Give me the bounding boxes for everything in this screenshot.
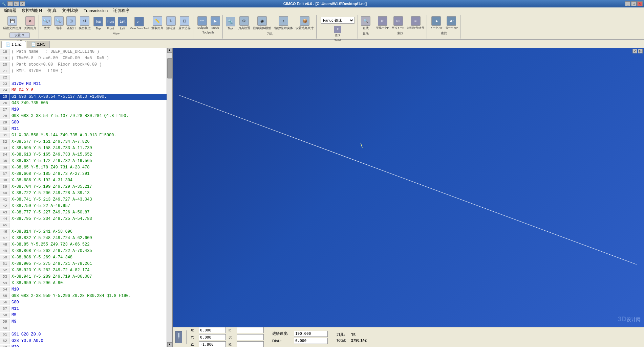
- code-line[interactable]: 41X-38.741 Y-5.213 Z49.727 A-43.043: [0, 196, 167, 203]
- j-input[interactable]: [237, 334, 264, 340]
- code-line[interactable]: 61G91 G28 Z0.0: [0, 331, 167, 338]
- menu-editor[interactable]: 编辑器: [1, 7, 19, 14]
- scale-solid-btn[interactable]: ↕ 缩放/显示实体: [273, 16, 294, 31]
- close-simulate-btn[interactable]: ✕ 关闭仿真: [23, 16, 37, 31]
- other-search-btn[interactable]: 🔍 查找: [360, 16, 371, 31]
- scrollbar-thumb[interactable]: [167, 58, 172, 78]
- code-line[interactable]: 58M5: [0, 312, 167, 319]
- close-btn[interactable]: ✕: [637, 1, 643, 6]
- code-line[interactable]: 54M10: [0, 286, 167, 293]
- zoom-out-btn[interactable]: 🔍- 缩小: [53, 16, 65, 31]
- tool-settings-btn[interactable]: ⚙ 刀具设置: [237, 16, 251, 31]
- feed-input[interactable]: [294, 331, 328, 337]
- code-line[interactable]: 31G1 X-38.558 Y-5.144 Z49.735 A-3.913 F1…: [0, 132, 167, 139]
- code-line[interactable]: 50X-38.886 Y-5.269 A-74.348: [0, 254, 167, 261]
- code-line[interactable]: 34X-38.613 Y-5.165 Z49.733 A-15.652: [0, 152, 167, 158]
- scroll-down-btn[interactable]: ▼: [167, 342, 172, 347]
- next-n-btn[interactable]: N⟩ 至找下一N: [391, 16, 406, 30]
- k-input[interactable]: [237, 341, 264, 347]
- tool-icon-status[interactable]: [175, 331, 182, 343]
- open-file-simulate-btn[interactable]: 💾 碰盘文件仿真: [2, 16, 22, 31]
- code-line[interactable]: 38X-38.686 Y-5.192 A-31.304: [0, 177, 167, 184]
- code-line[interactable]: 20( Part stock=0.00 Floor stock=0.00 ): [0, 62, 167, 68]
- code-line[interactable]: 37X-38.668 Y-5.185 Z49.73 A-27.391: [0, 171, 167, 177]
- menu-compare[interactable]: 文件比较: [59, 7, 81, 14]
- restore-left-btn[interactable]: □: [14, 1, 19, 6]
- code-line[interactable]: 52X-38.923 Y-5.282 Z49.72 A-82.174: [0, 267, 167, 274]
- top-view-btn[interactable]: Top Top: [92, 16, 104, 31]
- set-stock-btn[interactable]: 📦 设置毛坯尺寸: [295, 16, 315, 31]
- fit-btn[interactable]: ⊞ 匹配口: [65, 16, 77, 31]
- code-line[interactable]: 48X-38.85 Y-5.255 Z49.723 A-66.522: [0, 241, 167, 248]
- code-line[interactable]: 35X-38.631 Y-5.172 Z49.732 A-19.565: [0, 158, 167, 164]
- left-view-btn[interactable]: Left Left: [117, 16, 128, 31]
- code-line[interactable]: 57M11: [0, 306, 167, 312]
- show-solid-btn[interactable]: ◉ 显示实体模型: [252, 16, 272, 31]
- code-line[interactable]: 45: [0, 222, 167, 229]
- minimize-left-btn[interactable]: _: [7, 1, 13, 6]
- code-scroll[interactable]: 18( Path Name : DEEP_HOLE_DRILLING )19( …: [0, 48, 167, 347]
- code-line[interactable]: 51X-38.905 Y-5.275 Z49.721 A-78.261: [0, 261, 167, 267]
- prev-p-btn[interactable]: ⟨P 至找一个P: [375, 16, 390, 30]
- code-line[interactable]: 49X-38.868 Y-5.262 Z49.722 A-70.435: [0, 248, 167, 254]
- machine-dropdown[interactable]: Fanuc 铣床: [321, 17, 355, 24]
- code-line[interactable]: 30M11: [0, 126, 167, 132]
- code-line[interactable]: 55G98 G83 X-38.959 Y-5.296 Z9.28 R30.284…: [0, 293, 167, 299]
- prev-tool-btn[interactable]: ◀P 另一个刀P: [444, 16, 459, 30]
- scroll-up-btn[interactable]: ▲: [167, 48, 172, 53]
- code-line[interactable]: 44X-38.795 Y-5.234 Z49.725 A-54.783: [0, 216, 167, 222]
- zoom-in-btn[interactable]: 🔍+ 放大: [41, 16, 52, 31]
- code-line[interactable]: 62G28 Y0.0 A0.0: [0, 338, 167, 344]
- mode-btn[interactable]: ▶ Mode: [210, 16, 221, 30]
- code-line[interactable]: 39X-38.704 Y-5.199 Z49.729 A-35.217: [0, 184, 167, 190]
- code-line[interactable]: 32X-38.577 Y-5.151 Z49.734 A-7.826: [0, 139, 167, 145]
- reset-view-btn[interactable]: ↺ 视图复位: [78, 16, 92, 31]
- code-line[interactable]: 59M9: [0, 319, 167, 325]
- minimize-btn[interactable]: _: [625, 1, 630, 6]
- code-line[interactable]: 53X-38.941 Y-5.289 Z49.719 A-86.087: [0, 274, 167, 280]
- next-tool-btn[interactable]: T▶ 下一个刀T: [429, 16, 444, 30]
- x-input[interactable]: [199, 327, 226, 333]
- search-f-btn[interactable]: F 查找: [333, 25, 342, 38]
- code-line[interactable]: 43X-38.777 Y-5.227 Z49.726 A-50.87: [0, 209, 167, 216]
- dist-input[interactable]: [294, 338, 328, 344]
- z-input[interactable]: [199, 341, 226, 347]
- tab-1nc[interactable]: 📄 1 1.nc: [1, 41, 26, 48]
- menu-program[interactable]: 迁切程序: [110, 7, 132, 14]
- tool-btn[interactable]: 🔩 Tool: [225, 16, 236, 31]
- menu-cnc[interactable]: 数控功能 N: [19, 7, 45, 14]
- code-line[interactable]: 40X-38.722 Y-5.206 Z49.728 A-39.13: [0, 190, 167, 196]
- front-view-btn[interactable]: Front Front: [105, 16, 116, 31]
- code-line[interactable]: 56G80: [0, 299, 167, 306]
- code-line[interactable]: 63M30: [0, 344, 167, 347]
- code-line[interactable]: 26G43 Z49.735 H05: [0, 100, 167, 107]
- code-line[interactable]: 18( Path Name : DEEP_HOLE_DRILLING ): [0, 49, 167, 55]
- restore-btn[interactable]: □: [631, 1, 637, 6]
- code-line[interactable]: 33X-38.595 Y-5.158 Z49.733 A-11.739: [0, 145, 167, 152]
- code-line[interactable]: 22: [0, 74, 167, 81]
- close-left-btn[interactable]: ✕: [20, 1, 25, 6]
- menu-simulate[interactable]: 仿 真: [45, 7, 59, 14]
- code-line[interactable]: 46X-38.814 Y-5.241 A-58.696: [0, 229, 167, 235]
- code-line[interactable]: 36X-38.65 Y-5.178 Z49.731 A-23.478: [0, 164, 167, 171]
- view-from-tool-btn[interactable]: VFT View From Tool: [129, 16, 150, 30]
- menu-transmission[interactable]: Transmission: [81, 8, 110, 14]
- code-line[interactable]: 47X-38.832 Y-5.248 Z49.724 A-62.609: [0, 235, 167, 241]
- tab-2nc[interactable]: 📄 2.NC: [27, 41, 50, 48]
- toolpath-btn[interactable]: 〰 Toolpath: [195, 16, 209, 30]
- code-line[interactable]: 27M10: [0, 107, 167, 113]
- code-line[interactable]: 25G1 G90 G54 X-38.54 Y-5.137 A0.0 F15000…: [0, 94, 167, 100]
- code-line[interactable]: 54X-38.959 Y-5.296 A-90.: [0, 280, 167, 286]
- code-line[interactable]: 42X-38.759 Y-5.22 A-46.957: [0, 203, 167, 209]
- code-line[interactable]: 60: [0, 325, 167, 331]
- code-line[interactable]: 23S1700 M3 M11: [0, 81, 167, 87]
- rotate-btn[interactable]: ↻ 旋转旋: [165, 16, 177, 31]
- vertical-scrollbar[interactable]: ▲ ▼: [167, 48, 172, 347]
- code-line[interactable]: 21( RMP: S1700 F190 ): [0, 68, 167, 74]
- goto-line-btn[interactable]: G↓ 跳到行号/序号: [406, 16, 425, 30]
- i-input[interactable]: [237, 327, 264, 333]
- code-line[interactable]: 24M8 G4 X.6: [0, 87, 167, 94]
- show-bounds-btn[interactable]: ⊡ 显示边界: [177, 16, 192, 31]
- settings-btn[interactable]: 设置 ▼: [8, 32, 31, 39]
- code-line[interactable]: 19( T5=E6.8 Dia=6.80 CR=0.00 H=5 D=5 ): [0, 55, 167, 62]
